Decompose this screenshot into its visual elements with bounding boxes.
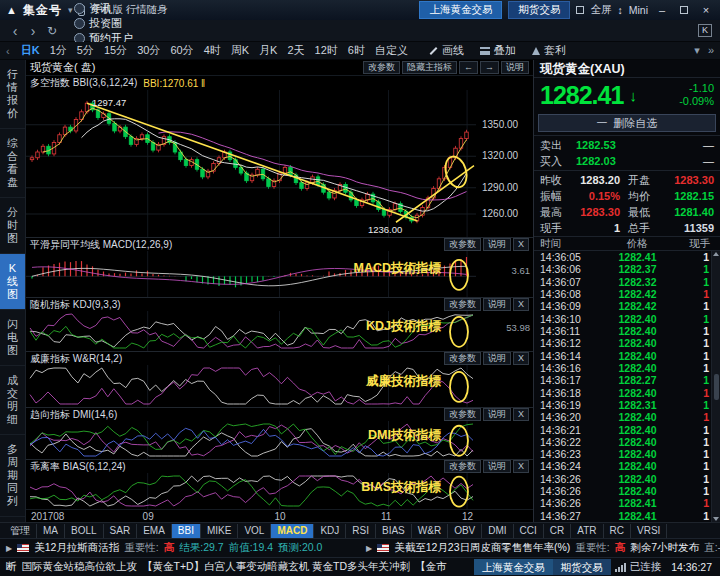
indicator-tab[interactable]: BBI [172,524,201,538]
timeframe-button[interactable]: 月K [254,43,282,58]
collapse-toolbar-icon[interactable]: ▾ [694,44,700,57]
refresh-icon[interactable]: ↻ [44,24,60,38]
help-button[interactable]: 说明 [501,61,529,74]
timeframe-button[interactable]: 1分 [45,43,72,58]
timeframe-button[interactable]: 15分 [99,43,132,58]
mini-mode-label[interactable]: Mini [629,4,648,16]
indicator-tab[interactable]: W&R [412,524,448,538]
draw-line-button[interactable]: 画线 [429,43,464,58]
panel-help-button[interactable]: 说明 [483,298,511,311]
futures-button[interactable]: 期货交易 [508,1,570,19]
panel-help-button[interactable]: 说明 [483,408,511,421]
arbitrage-button[interactable]: 套利 [532,43,566,58]
scroll-left-button[interactable]: ← [459,61,478,74]
close-button[interactable]: × [698,4,714,16]
indicator-tab[interactable]: ATR [571,524,603,538]
indicator-tab[interactable]: CCI [514,524,544,538]
indicator-panel[interactable]: 趋向指标 DMI(14,6) [26,407,533,459]
shanghai-gold-tab[interactable]: 上海黄金交易 [474,559,553,575]
indicator-tab[interactable]: VOL [238,524,271,538]
indicator-tab[interactable]: CR [544,524,571,538]
indicator-tab[interactable]: SAR [104,524,138,538]
scrollbar-thumb[interactable] [714,374,719,400]
tick-row[interactable]: 14:36:14 1282.40 1 [534,350,711,362]
fullscreen-icon[interactable] [576,6,584,14]
indicator-tab[interactable]: EMA [137,524,172,538]
panel-help-button[interactable]: 说明 [483,460,511,473]
scroll-up-icon[interactable] [713,252,719,256]
tick-row[interactable]: 14:36:06 1282.37 1 [534,263,711,275]
tick-row[interactable]: 14:36:26 1282.40 1 [534,473,711,485]
tick-row[interactable]: 14:36:07 1282.32 1 [534,276,711,288]
timeframe-button[interactable]: 2天 [282,43,309,58]
timeframe-button[interactable]: 30分 [132,43,165,58]
tick-row[interactable]: 14:36:20 1282.40 1 [534,411,711,423]
panel-params-button[interactable]: 改参数 [444,408,481,421]
tick-row[interactable]: 14:36:12 1282.40 1 [534,337,711,349]
forward-button[interactable]: › [26,23,40,39]
sidebar-view-item[interactable]: 综合看盘 [0,129,25,198]
indicator-tab[interactable]: VRSI [631,524,667,538]
indicator-tab[interactable]: DMI [482,524,513,538]
overlay-button[interactable]: 叠加 [480,43,516,58]
sidebar-view-item[interactable]: 闪电图 [0,310,25,366]
tick-row[interactable]: 14:36:22 1282.40 1 [534,436,711,448]
nav-menu-item[interactable]: 资讯 [64,1,143,16]
toolbar-back-icon[interactable]: ‹ [6,45,10,57]
panel-params-button[interactable]: 改参数 [444,460,481,473]
sidebar-view-item[interactable]: 行情报价 [0,60,25,129]
back-button[interactable]: ‹ [8,23,22,39]
panel-params-button[interactable]: 改参数 [444,352,481,365]
indicator-panel[interactable]: 随机指标 KDJ(9,3,3) [26,297,533,351]
sidebar-view-item[interactable]: 多周期同列 [0,435,25,517]
tick-row[interactable]: 14:36:11 1282.40 1 [534,325,711,337]
maximize-button[interactable] [676,4,692,16]
panel-params-button[interactable]: 改参数 [444,298,481,311]
fullscreen-label[interactable]: 全屏 [590,3,611,17]
tick-row[interactable]: 14:36:26 1282.41 1 [534,497,711,509]
indicator-tab[interactable]: MIKE [201,524,238,538]
timeframe-button[interactable]: 5分 [72,43,99,58]
tick-row[interactable]: 14:36:18 1282.40 1 [534,386,711,398]
nav-menu-item[interactable]: 投资圈 [64,16,143,31]
indicator-panel[interactable]: 乖离率 BIAS(6,12,24) [26,459,533,509]
tick-row[interactable]: 14:36:19 1282.31 1 [534,399,711,411]
indicator-tab[interactable]: MA [37,524,65,538]
panel-help-button[interactable]: 说明 [483,352,511,365]
indicator-panel[interactable]: 平滑异同平均线 MACD(12,26,9) [26,237,533,297]
k-line-badge[interactable]: K [698,24,712,37]
news-ticker[interactable]: 断 国际黄金站稳高位欲上攻 【黄金T+D】白宫人事变动暗藏玄机 黄金TD多头年关… [0,560,474,574]
scroll-down-icon[interactable] [713,517,719,521]
more-toolbar-icon[interactable]: » [708,44,714,57]
indicator-panel[interactable]: 威廉指标 W&R(14,2) 改参数 说明 [26,351,533,407]
remove-watchlist-button[interactable]: 一 删除自选 [538,114,716,132]
tick-row[interactable]: 14:36:24 1282.40 1 [534,460,711,472]
change-params-button[interactable]: 改参数 [363,61,400,74]
futures-tab[interactable]: 期货交易 [553,559,611,575]
hide-main-indicator-button[interactable]: 隐藏主指标 [402,61,457,74]
indicator-tab[interactable]: MACD [271,524,314,538]
indicator-tab[interactable]: RSI [346,524,376,538]
minimize-button[interactable]: – [654,4,670,16]
indicator-tab[interactable]: RC [604,524,631,538]
timeframe-button[interactable]: 日K [16,43,45,58]
indicator-tab[interactable]: OBV [448,524,482,538]
sidebar-view-item[interactable]: K线图 [0,254,25,310]
timeframe-button[interactable]: 4时 [199,43,226,58]
indicator-tab[interactable]: 管理 [4,524,37,538]
tick-row[interactable]: 14:36:26 1282.40 1 [534,485,711,497]
panel-help-button[interactable]: 说明 [483,238,511,251]
calendar-item-right[interactable]: ▶ 美截至12月23日周皮商零售售年率(%) 重要性:高 剩余7小时发布 直:-… [360,541,720,555]
tick-row[interactable]: 14:36:21 1282.40 1 [534,423,711,435]
tick-row[interactable]: 14:36:05 1282.41 1 [534,251,711,263]
panel-close-button[interactable]: X [513,460,529,473]
tick-row[interactable]: 14:36:17 1282.27 1 [534,374,711,386]
panel-close-button[interactable]: X [513,408,529,421]
main-candlestick-chart[interactable]: 1350.001320.001290.001260.001297.471236.… [26,90,533,237]
tick-row[interactable]: 14:36:23 1282.40 1 [534,448,711,460]
tick-row[interactable]: 14:36:16 1282.40 1 [534,362,711,374]
mini-mode-icon[interactable]: ↕ [617,4,622,16]
calendar-item-left[interactable]: ▶ 美12月拉斯商活指 重要性:高 结果:29.7 前值:19.4 预测:20.… [0,541,360,555]
tick-row[interactable]: 14:36:27 1282.41 1 [534,510,711,522]
timeframe-button[interactable]: 6时 [343,43,370,58]
